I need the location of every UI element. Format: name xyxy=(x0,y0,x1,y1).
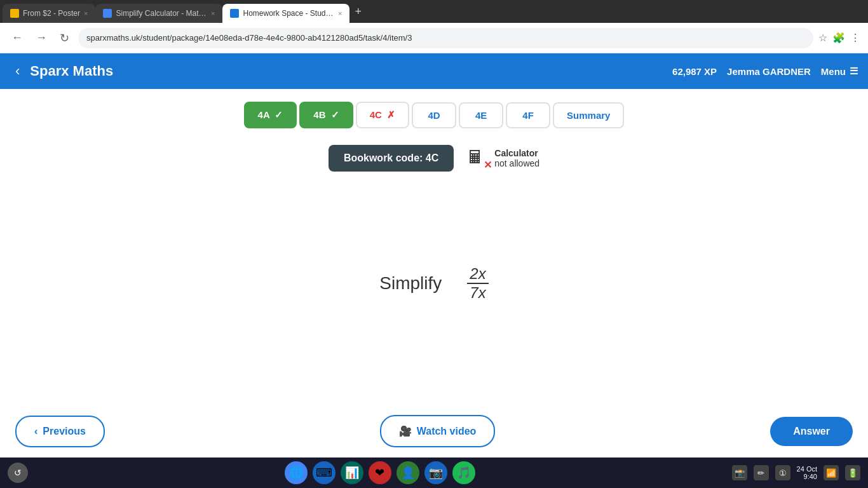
notification-icon[interactable]: ① xyxy=(775,465,790,480)
fraction-display: 2x 7x xyxy=(467,265,488,302)
address-bar-row: ← → ↻ sparxmaths.uk/student/package/14e0… xyxy=(0,23,868,53)
calculator-icon: 🖩 xyxy=(466,147,484,167)
taskbar-app-red[interactable]: ❤ xyxy=(369,461,391,484)
battery-icon[interactable]: 🔋 xyxy=(845,465,860,480)
taskbar-chrome[interactable]: 🌐 xyxy=(285,461,308,484)
back-button[interactable]: ← xyxy=(8,29,27,47)
calculator-x-icon: ✕ xyxy=(484,159,492,171)
taskbar: ↺ 🌐 ⌨ 📊 ❤ 👤 📷 🎵 📸 ✏ ① 24 Oct 9:40 📶 🔋 xyxy=(0,458,868,488)
previous-chevron: ‹ xyxy=(34,426,37,437)
new-tab-button[interactable]: + xyxy=(349,5,367,18)
reload-button[interactable]: ↻ xyxy=(56,29,73,48)
tab-2-title: Simplify Calculator - MathPap… xyxy=(116,9,207,18)
menu-icon: ☰ xyxy=(850,65,858,77)
address-bar[interactable]: sparxmaths.uk/student/package/14e08eda-d… xyxy=(78,28,813,48)
extension-icon[interactable]: 🧩 xyxy=(832,32,845,44)
xp-display: 62,987 XP xyxy=(672,66,717,77)
answer-button[interactable]: Answer xyxy=(770,417,853,446)
screenshot-icon[interactable]: 📸 xyxy=(732,465,747,480)
watch-video-button[interactable]: 🎥 Watch video xyxy=(380,415,496,447)
tab-4d[interactable]: 4D xyxy=(412,102,456,128)
more-icon[interactable]: ⋮ xyxy=(850,32,860,44)
forward-button[interactable]: → xyxy=(32,29,51,47)
taskbar-camera[interactable]: 📷 xyxy=(424,461,447,484)
user-name: Jemma GARDNER xyxy=(727,66,811,77)
taskbar-app-green[interactable]: 👤 xyxy=(397,461,419,484)
address-text: sparxmaths.uk/student/package/14e08eda-d… xyxy=(86,33,412,43)
date-display: 24 Oct xyxy=(797,465,817,473)
task-tabs: 4A ✓ 4B ✓ 4C ✗ 4D 4E 4F Summary xyxy=(0,89,868,135)
bottom-bar: ‹ Previous 🎥 Watch video Answer xyxy=(0,405,868,458)
taskbar-codeeditor[interactable]: ⌨ xyxy=(313,461,336,484)
tab-3-title: Homework Space - StudyX xyxy=(243,9,334,18)
fraction-numerator: 2x xyxy=(467,265,488,284)
taskbar-meet[interactable]: 📊 xyxy=(341,461,363,484)
app-logo: Sparx Maths xyxy=(30,63,672,79)
tab-1-close[interactable]: × xyxy=(84,10,88,17)
browser-tab-2[interactable]: Simplify Calculator - MathPap… × xyxy=(95,4,222,23)
tab-4a-check: ✓ xyxy=(275,109,283,120)
calculator-info: 🖩 ✕ Calculator not allowed xyxy=(466,147,539,170)
calculator-label: Calculator xyxy=(494,148,539,158)
browser-tab-1[interactable]: From $2 - Poster × xyxy=(3,4,95,23)
taskbar-left-icon: ↺ xyxy=(8,463,28,483)
tab-4f[interactable]: 4F xyxy=(506,102,550,128)
clock: 24 Oct 9:40 xyxy=(797,465,817,480)
time-display: 9:40 xyxy=(804,473,817,480)
tab-4b[interactable]: 4B ✓ xyxy=(299,102,353,128)
answer-label: Answer xyxy=(793,426,830,437)
app-back-button[interactable]: ‹ xyxy=(10,58,25,85)
bookwork-badge: Bookwork code: 4C xyxy=(329,145,454,172)
video-icon: 🎥 xyxy=(399,425,412,437)
tab-2-close[interactable]: × xyxy=(211,10,215,17)
tab-4c-x: ✗ xyxy=(387,109,395,120)
tab-4e[interactable]: 4E xyxy=(459,102,503,128)
tab-4a[interactable]: 4A ✓ xyxy=(244,102,297,128)
taskbar-spotify[interactable]: 🎵 xyxy=(452,461,475,484)
pencil-icon[interactable]: ✏ xyxy=(754,465,769,480)
tab-4c[interactable]: 4C ✗ xyxy=(356,102,409,128)
app-header: ‹ Sparx Maths 62,987 XP Jemma GARDNER Me… xyxy=(0,53,868,89)
previous-label: Previous xyxy=(43,426,86,437)
tab-4b-check: ✓ xyxy=(331,109,339,120)
watch-video-label: Watch video xyxy=(417,426,477,437)
question-prefix: Simplify xyxy=(379,273,442,294)
bookwork-row: Bookwork code: 4C 🖩 ✕ Calculator not all… xyxy=(0,145,868,172)
tab-3-close[interactable]: × xyxy=(338,10,342,17)
menu-button[interactable]: Menu ☰ xyxy=(821,65,858,77)
previous-button[interactable]: ‹ Previous xyxy=(15,416,105,447)
bookmark-icon[interactable]: ☆ xyxy=(818,32,827,44)
calculator-sublabel: not allowed xyxy=(494,158,539,168)
math-question: Simplify 2x 7x xyxy=(379,265,488,302)
tab-1-title: From $2 - Poster xyxy=(23,9,80,18)
browser-tab-bar: From $2 - Poster × Simplify Calculator -… xyxy=(0,0,868,23)
main-content: Simplify 2x 7x xyxy=(0,182,868,385)
fraction-denominator: 7x xyxy=(467,284,488,302)
wifi-icon[interactable]: 📶 xyxy=(824,465,839,480)
tab-summary[interactable]: Summary xyxy=(553,102,624,128)
calculator-icon-wrapper: 🖩 ✕ xyxy=(466,147,489,170)
browser-tab-3[interactable]: Homework Space - StudyX × xyxy=(222,4,349,23)
